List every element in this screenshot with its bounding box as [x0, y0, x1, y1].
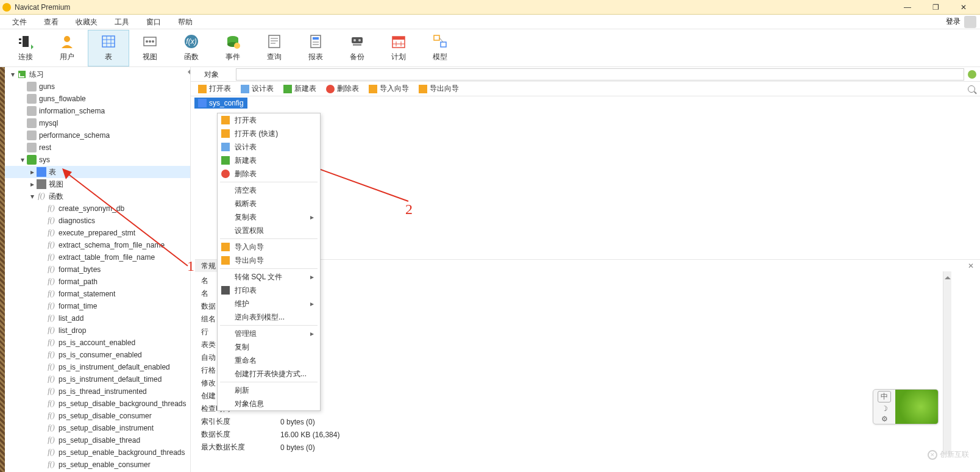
tree-node[interactable]: f()ps_setup_disable_instrument — [5, 422, 190, 434]
tree-node[interactable]: f()format_statement — [5, 288, 190, 300]
ribbon-user[interactable]: 用户 — [46, 30, 88, 66]
menu-window[interactable]: 窗口 — [138, 15, 169, 29]
ctx-item[interactable]: 清空表 — [218, 184, 320, 197]
menu-help[interactable]: 帮助 — [169, 15, 201, 29]
tree-node[interactable]: f()ps_setup_disable_background_threads — [5, 398, 190, 410]
ribbon-model[interactable]: 模型 — [419, 30, 461, 66]
tree-node[interactable]: f()list_add — [5, 312, 190, 324]
ribbon-view[interactable]: 视图 — [129, 30, 171, 66]
ctx-item[interactable]: 维护▸ — [218, 297, 320, 310]
svg-point-11 — [146, 40, 148, 43]
ribbon-connect[interactable]: 连接 — [5, 30, 46, 66]
tree-node[interactable]: ▸表 — [5, 166, 190, 178]
tree-node[interactable]: f()create_synonym_db — [5, 202, 190, 215]
info-close-button[interactable]: ✕ — [962, 262, 980, 270]
search-box[interactable] — [236, 68, 964, 80]
tree-node[interactable]: f()extract_schema_from_file_name — [5, 239, 190, 251]
menu-fav[interactable]: 收藏夹 — [67, 15, 106, 29]
tree-node[interactable]: f()ps_setup_disable_consumer — [5, 410, 190, 422]
ctx-item[interactable]: 复制 — [218, 340, 320, 354]
tree-node[interactable]: performance_schema — [5, 129, 190, 141]
avatar-icon[interactable] — [964, 16, 976, 28]
tree-node[interactable]: f()diagnostics — [5, 215, 190, 227]
ctx-item[interactable]: 重命名 — [218, 354, 320, 367]
tree-node[interactable]: ▸视图 — [5, 178, 190, 190]
tree-node[interactable]: f()extract_table_from_file_name — [5, 251, 190, 263]
tb-delete-table[interactable]: 删除表 — [322, 82, 363, 96]
ribbon-backup[interactable]: 备份 — [336, 30, 378, 66]
ctx-item[interactable]: 导入向导 — [218, 240, 320, 254]
tree-node[interactable]: f()ps_setup_disable_thread — [5, 434, 190, 446]
ctx-item[interactable]: 打开表 — [218, 113, 320, 127]
tree-node[interactable]: f()ps_is_account_enabled — [5, 337, 190, 349]
ribbon-query[interactable]: 查询 — [254, 30, 295, 66]
table-name: sys_config — [209, 99, 244, 107]
minimize-button[interactable]: — — [893, 1, 921, 14]
ctx-item[interactable]: 截断表 — [218, 197, 320, 210]
tb-new-table[interactable]: 新建表 — [280, 82, 320, 96]
moon-icon: ☽ — [881, 404, 888, 413]
tree-node[interactable]: ▾f()函数 — [5, 190, 190, 202]
ribbon-event[interactable]: 事件 — [212, 30, 254, 66]
selected-table-item[interactable]: sys_config — [194, 98, 247, 109]
ctx-item[interactable]: 打印表 — [218, 284, 320, 297]
object-tab[interactable]: 对象 — [197, 67, 226, 82]
tree-node[interactable]: f()ps_is_instrument_default_enabled — [5, 361, 190, 373]
ctx-item[interactable]: 删除表 — [218, 167, 320, 181]
menu-file[interactable]: 文件 — [4, 15, 35, 29]
ime-badge[interactable]: 中 ☽ ⚙ — [873, 389, 939, 424]
ctx-item[interactable]: 复制表▸ — [218, 210, 320, 224]
context-menu[interactable]: 打开表打开表 (快速)设计表新建表删除表清空表截断表复制表▸设置权限导入向导导出… — [217, 113, 321, 411]
ctx-item[interactable]: 设置权限 — [218, 224, 320, 237]
ctx-item[interactable]: 创建打开表快捷方式... — [218, 367, 320, 381]
menu-view[interactable]: 查看 — [35, 15, 67, 29]
ctx-item[interactable]: 打开表 (快速) — [218, 127, 320, 140]
flower-icon — [895, 390, 938, 424]
db-tree[interactable]: ▾练习gunsguns_flowableinformation_schemamy… — [5, 67, 190, 472]
ctx-item[interactable]: 对象信息 — [218, 397, 320, 410]
tree-node[interactable]: f()format_bytes — [5, 263, 190, 276]
ribbon-label: 视图 — [143, 52, 157, 62]
vertical-scrollbar[interactable] — [943, 271, 951, 454]
tree-node[interactable]: f()ps_is_thread_instrumented — [5, 385, 190, 398]
close-button[interactable]: ✕ — [950, 1, 978, 14]
ctx-item[interactable]: 管理组▸ — [218, 327, 320, 340]
ctx-item[interactable]: 设计表 — [218, 140, 320, 154]
tree-node[interactable]: f()ps_setup_enable_background_threads — [5, 446, 190, 459]
ctx-item[interactable]: 刷新 — [218, 384, 320, 397]
ctx-item[interactable]: 导出向导 — [218, 254, 320, 267]
tb-export[interactable]: 导出向导 — [415, 82, 463, 96]
tree-node[interactable]: f()ps_is_instrument_default_timed — [5, 373, 190, 385]
ctx-item[interactable]: 新建表 — [218, 154, 320, 167]
ctx-item[interactable]: 转储 SQL 文件▸ — [218, 270, 320, 284]
tree-node[interactable]: guns_flowable — [5, 93, 190, 105]
ribbon-schedule[interactable]: 计划 — [378, 30, 419, 66]
tb-design-table[interactable]: 设计表 — [237, 82, 277, 96]
tree-node[interactable]: f()execute_prepared_stmt — [5, 227, 190, 239]
tree-node[interactable]: guns — [5, 80, 190, 93]
tree-node[interactable]: f()format_time — [5, 300, 190, 312]
refresh-icon[interactable] — [968, 70, 976, 79]
svg-rect-1 — [19, 38, 21, 40]
maximize-button[interactable]: ❐ — [921, 1, 950, 14]
tree-node[interactable]: ▾练习 — [5, 68, 190, 80]
ribbon-report[interactable]: 报表 — [295, 30, 336, 66]
ribbon-function[interactable]: f(x)函数 — [171, 30, 212, 66]
tree-node[interactable]: rest — [5, 141, 190, 154]
tb-import[interactable]: 导入向导 — [365, 82, 413, 96]
watermark-logo-icon: ✕ — [928, 450, 937, 460]
tree-node[interactable]: information_schema — [5, 105, 190, 117]
tree-node[interactable]: f()ps_setup_enable_consumer — [5, 459, 190, 471]
tree-node[interactable]: f()format_path — [5, 276, 190, 288]
menu-tools[interactable]: 工具 — [106, 15, 138, 29]
tree-node[interactable]: mysql — [5, 117, 190, 129]
ribbon-table[interactable]: 表 — [88, 30, 129, 66]
ctx-item[interactable]: 逆向表到模型... — [218, 310, 320, 324]
login-link[interactable]: 登录 — [946, 16, 960, 27]
tree-node[interactable]: ▾sys — [5, 154, 190, 166]
tb-open-table[interactable]: 打开表 — [194, 82, 235, 96]
tree-node[interactable]: f()list_drop — [5, 324, 190, 337]
svg-point-30 — [358, 39, 361, 41]
search-icon[interactable] — [968, 85, 975, 93]
tree-node[interactable]: f()ps_is_consumer_enabled — [5, 349, 190, 361]
